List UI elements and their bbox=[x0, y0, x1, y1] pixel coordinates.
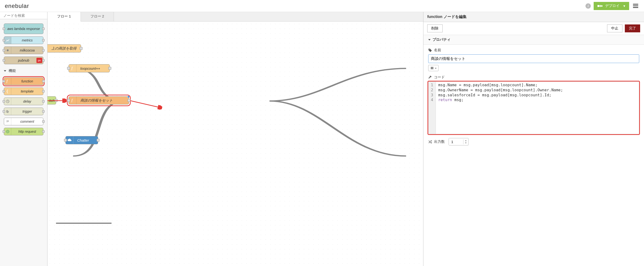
port[interactable] bbox=[42, 110, 44, 113]
svg-line-12 bbox=[130, 101, 161, 108]
node-label: 上の商談を取得 bbox=[48, 46, 80, 51]
clock-icon bbox=[4, 98, 11, 105]
code-gutter: 1234 bbox=[428, 82, 436, 134]
info-icon[interactable]: i bbox=[586, 3, 591, 9]
wires-layer bbox=[48, 21, 423, 266]
f-icon: f bbox=[4, 78, 11, 85]
port[interactable] bbox=[55, 99, 58, 102]
flow-node-selected[interactable]: f 商談の情報をセット bbox=[68, 96, 129, 104]
properties-section-header[interactable]: プロパティ bbox=[424, 35, 644, 44]
pubnub-badge: pn bbox=[36, 58, 42, 63]
deploy-label: デプロイ bbox=[605, 3, 620, 8]
menu-icon[interactable] bbox=[632, 3, 639, 9]
node-label: 商談の情報をセット bbox=[76, 98, 116, 103]
port[interactable] bbox=[42, 80, 44, 82]
port[interactable] bbox=[3, 80, 5, 82]
port[interactable] bbox=[64, 139, 67, 142]
port[interactable] bbox=[42, 90, 44, 92]
port[interactable] bbox=[3, 27, 5, 30]
port[interactable] bbox=[3, 49, 5, 51]
stepper-up-icon[interactable]: ▲ bbox=[464, 139, 468, 142]
palette-node[interactable]: comment bbox=[4, 118, 44, 125]
palette-node[interactable]: http request bbox=[4, 128, 44, 135]
palette-sidebar: aws lambda responsemetricsmilkcocoapubnu… bbox=[0, 12, 48, 266]
stepper-down-icon[interactable]: ▼ bbox=[464, 142, 468, 144]
palette-node[interactable]: {template bbox=[4, 87, 44, 95]
shuffle-icon bbox=[428, 140, 432, 144]
node-label: http request bbox=[11, 130, 43, 133]
port[interactable] bbox=[3, 130, 5, 133]
port[interactable] bbox=[67, 67, 70, 70]
bubble-icon bbox=[4, 118, 11, 125]
flow-canvas[interactable]: 上の商談を取得 f loopcount++ itch f 商談の情報をセット bbox=[48, 21, 423, 266]
flow-node[interactable]: Chatter bbox=[66, 136, 98, 144]
port[interactable] bbox=[80, 47, 82, 50]
port[interactable] bbox=[3, 59, 5, 62]
port[interactable] bbox=[128, 99, 130, 102]
port[interactable] bbox=[42, 49, 44, 51]
name-input[interactable] bbox=[428, 54, 639, 63]
svg-rect-0 bbox=[598, 5, 600, 7]
tab[interactable]: フロー 1 bbox=[48, 12, 81, 21]
flow-node[interactable]: f loopcount++ bbox=[68, 64, 110, 72]
node-label: function bbox=[11, 79, 43, 83]
palette-node[interactable]: pubnubpn bbox=[4, 56, 44, 64]
svg-text:f: f bbox=[6, 79, 8, 83]
palette-node[interactable]: trigger bbox=[4, 108, 44, 115]
edit-sidepanel: function ノードを編集 削除 中止 完了 プロパティ 名前 ▾ bbox=[424, 12, 644, 266]
outputs-input[interactable] bbox=[449, 138, 463, 145]
code-editor[interactable]: 1234 msg.Name = msg.payload[msg.loopcoun… bbox=[428, 81, 639, 134]
search-input[interactable] bbox=[3, 13, 49, 17]
sidepanel-title: function ノードを編集 bbox=[424, 12, 644, 22]
palette-category[interactable]: 機能 bbox=[3, 67, 44, 75]
tabs-bar: フロー 1フロー 2 bbox=[48, 12, 423, 21]
delete-button[interactable]: 削除 bbox=[427, 24, 442, 32]
palette-node[interactable]: milkcocoa bbox=[4, 46, 44, 54]
port[interactable] bbox=[42, 39, 44, 41]
outputs-stepper[interactable]: ▲ ▼ bbox=[448, 138, 468, 145]
pulse-icon bbox=[4, 108, 11, 115]
app-header: enebular i デプロイ ▾ bbox=[0, 0, 644, 12]
node-label: milkcocoa bbox=[11, 48, 43, 52]
palette-node[interactable]: ffunction bbox=[4, 77, 44, 85]
svg-text:f: f bbox=[72, 98, 73, 102]
palette-node[interactable]: delay bbox=[4, 97, 44, 105]
node-label: metrics bbox=[11, 38, 43, 42]
flow-node[interactable]: 上の商談を取得 bbox=[48, 44, 81, 52]
name-field-label: 名前 bbox=[428, 48, 639, 52]
deploy-button[interactable]: デプロイ ▾ bbox=[594, 2, 629, 10]
port[interactable] bbox=[42, 27, 44, 30]
node-label: loopcount++ bbox=[76, 66, 104, 70]
cancel-button[interactable]: 中止 bbox=[607, 24, 622, 32]
port[interactable] bbox=[42, 130, 44, 133]
palette-node[interactable]: aws lambda response bbox=[4, 23, 44, 34]
library-dropdown[interactable]: ▾ bbox=[428, 65, 438, 71]
port[interactable] bbox=[3, 100, 5, 103]
chevron-down-icon: ▾ bbox=[435, 67, 436, 69]
node-label: aws lambda response bbox=[4, 27, 43, 31]
code-field-label: コード bbox=[428, 75, 639, 80]
node-label: trigger bbox=[11, 109, 43, 113]
changed-indicator bbox=[127, 96, 130, 98]
port[interactable] bbox=[108, 67, 111, 70]
deploy-icon bbox=[598, 4, 603, 8]
node-label: delay bbox=[11, 99, 43, 103]
port[interactable] bbox=[3, 39, 5, 41]
outputs-field-label: 出力数 bbox=[428, 139, 445, 144]
code-body[interactable]: msg.Name = msg.payload[msg.loopcount].Na… bbox=[436, 82, 639, 134]
palette-node[interactable]: metrics bbox=[4, 36, 44, 44]
done-button[interactable]: 完了 bbox=[625, 24, 640, 32]
port[interactable] bbox=[42, 100, 44, 103]
palette-search[interactable] bbox=[0, 12, 47, 19]
port[interactable] bbox=[42, 120, 44, 123]
port[interactable] bbox=[3, 110, 5, 113]
port[interactable] bbox=[96, 139, 100, 142]
svg-text:{: { bbox=[6, 89, 8, 93]
flow-node[interactable]: itch bbox=[48, 96, 56, 104]
port[interactable] bbox=[3, 90, 5, 92]
tab[interactable]: フロー 2 bbox=[81, 12, 114, 21]
port[interactable] bbox=[42, 59, 44, 62]
svg-point-1 bbox=[601, 5, 602, 7]
port[interactable] bbox=[67, 99, 70, 102]
node-label: template bbox=[11, 89, 43, 93]
